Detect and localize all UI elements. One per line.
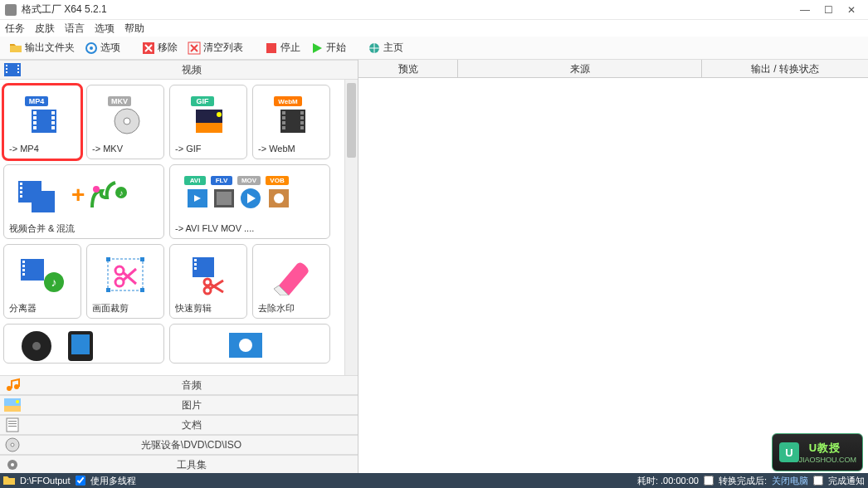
svg-rect-76: [106, 257, 110, 261]
close-button[interactable]: ✕: [840, 2, 863, 18]
remove-button[interactable]: 移除: [138, 39, 182, 57]
svg-rect-84: [194, 263, 197, 266]
home-button[interactable]: 主页: [363, 39, 407, 57]
category-disc-label: 光驱设备\DVD\CD\ISO: [25, 438, 358, 452]
doc-icon: [3, 417, 22, 432]
col-preview[interactable]: 预览: [358, 60, 458, 77]
svg-rect-31: [196, 123, 222, 133]
menu-tasks[interactable]: 任务: [5, 22, 25, 36]
menu-help[interactable]: 帮助: [124, 22, 144, 36]
toolbar: 输出文件夹 选项 移除 清空列表 停止 开始 主页: [0, 37, 868, 60]
svg-rect-12: [17, 71, 19, 73]
tile-crop[interactable]: 画面裁剪: [86, 244, 164, 319]
svg-rect-42: [300, 121, 304, 124]
remove-icon: [142, 41, 155, 55]
category-image-header[interactable]: 图片: [0, 395, 358, 415]
left-pane: 视频 MP4 -> MP4: [0, 60, 358, 475]
notify-checkbox[interactable]: [813, 476, 823, 486]
gif-icon: GIF: [186, 95, 231, 136]
tile-mkv[interactable]: MKV -> MKV: [86, 85, 164, 159]
svg-rect-70: [22, 265, 25, 267]
right-pane: 预览 来源 输出 / 转换状态: [358, 60, 868, 475]
tile-merge[interactable]: + ♪ 视频合并 & 混流: [3, 164, 164, 239]
elapsed-label: 耗时: .00:00:00: [637, 475, 699, 487]
afterdone-label: 转换完成后:: [719, 475, 767, 487]
svg-rect-22: [51, 121, 55, 124]
tile-split[interactable]: ♪ 分离器: [3, 244, 81, 319]
col-status[interactable]: 输出 / 转换状态: [702, 60, 868, 77]
minimize-button[interactable]: —: [793, 2, 817, 18]
grid-scrollbar[interactable]: [344, 80, 358, 375]
svg-rect-17: [33, 116, 37, 120]
menu-options[interactable]: 选项: [95, 22, 115, 36]
category-video-label: 视频: [25, 63, 358, 77]
category-doc-header[interactable]: 文档: [0, 415, 358, 435]
tile-unwatermark[interactable]: 去除水印: [252, 244, 330, 319]
svg-point-1: [90, 46, 93, 50]
category-video-header[interactable]: 视频: [0, 60, 358, 80]
afterdone-checkbox[interactable]: [704, 476, 714, 486]
tile-multi-label: -> AVI FLV MOV ....: [175, 223, 254, 233]
category-tools-label: 工具集: [25, 458, 358, 472]
menu-skin[interactable]: 皮肤: [35, 22, 55, 36]
home-label: 主页: [383, 41, 403, 55]
svg-rect-71: [22, 269, 25, 271]
output-folder-label: 输出文件夹: [25, 41, 75, 55]
svg-point-27: [124, 118, 130, 124]
svg-rect-91: [71, 334, 90, 354]
svg-text:+: +: [71, 182, 85, 207]
svg-point-67: [274, 193, 284, 203]
tile-gif-label: -> GIF: [175, 144, 201, 154]
multithread-label: 使用多线程: [90, 475, 136, 487]
svg-rect-100: [8, 421, 17, 422]
tile-webm[interactable]: WebM -> WebM: [252, 85, 330, 159]
tile-partial-1[interactable]: [3, 324, 164, 364]
svg-text:♪: ♪: [119, 188, 124, 198]
svg-rect-43: [300, 126, 304, 129]
shutdown-label: 关闭电脑: [772, 475, 808, 487]
output-folder-button[interactable]: 输出文件夹: [5, 39, 79, 57]
tile-mp4[interactable]: MP4 -> MP4: [3, 85, 81, 159]
split-icon: ♪: [17, 254, 67, 295]
globe-icon: [368, 41, 381, 55]
category-audio-header[interactable]: 音频: [0, 375, 358, 395]
stop-icon: [265, 41, 278, 55]
svg-point-98: [16, 400, 19, 403]
svg-rect-72: [22, 273, 25, 276]
app-icon: [5, 4, 17, 16]
watermark-icon: U: [779, 442, 799, 462]
eraser-icon: [269, 254, 314, 295]
multithread-checkbox[interactable]: [76, 476, 85, 486]
svg-rect-40: [300, 111, 304, 115]
svg-rect-64: [217, 192, 232, 205]
svg-rect-36: [282, 111, 285, 115]
svg-point-89: [32, 342, 41, 350]
tile-partial-2[interactable]: [169, 324, 330, 364]
stop-button[interactable]: 停止: [261, 39, 305, 57]
watermark-title: U教授: [809, 441, 841, 456]
menu-language[interactable]: 语言: [65, 22, 85, 36]
svg-rect-77: [140, 257, 144, 261]
svg-text:MOV: MOV: [241, 177, 257, 184]
notify-label: 完成通知: [828, 475, 865, 487]
tile-quick[interactable]: 快速剪辑: [169, 244, 247, 319]
tile-multi[interactable]: AVI FLV MOV VOB -> AVI FLV MOV ....: [169, 164, 330, 239]
mp4-icon: MP4: [20, 95, 65, 136]
start-button[interactable]: 开始: [306, 39, 350, 57]
tile-split-label: 分离器: [9, 302, 37, 315]
scrollbar-thumb[interactable]: [347, 83, 356, 158]
category-audio-label: 音频: [25, 378, 358, 393]
folder-small-icon: [3, 476, 15, 486]
clear-list-button[interactable]: 清空列表: [183, 39, 247, 57]
maximize-button[interactable]: ☐: [817, 2, 840, 18]
options-button[interactable]: 选项: [80, 39, 124, 57]
svg-rect-47: [20, 187, 22, 189]
category-tools-header[interactable]: 工具集: [0, 455, 358, 475]
svg-rect-37: [282, 116, 285, 120]
watermark-badge: U U教授 UJIAOSHOU.COM: [772, 433, 863, 471]
category-disc-header[interactable]: 光驱设备\DVD\CD\ISO: [0, 435, 358, 455]
col-source[interactable]: 来源: [458, 60, 702, 77]
output-path[interactable]: D:\FFOutput: [20, 476, 71, 486]
tile-gif[interactable]: GIF -> GIF: [169, 85, 247, 159]
remove-label: 移除: [158, 41, 178, 55]
